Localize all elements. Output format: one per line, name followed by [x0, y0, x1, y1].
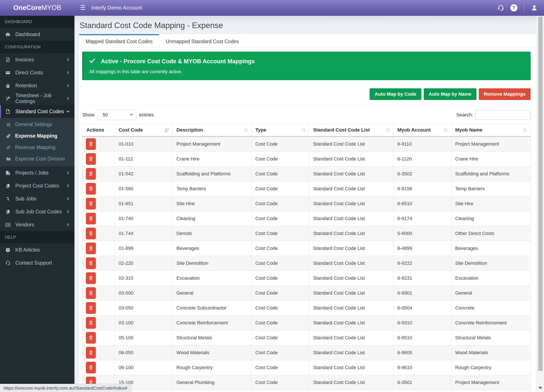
cell-cost-code: 01-560 [115, 181, 172, 196]
auto-map-by-code-button[interactable]: Auto Map by Code [370, 88, 421, 100]
delete-mapping-button[interactable] [86, 228, 96, 239]
copy-icon [5, 183, 12, 189]
remove-mappings-button[interactable]: Remove Mappings [479, 88, 531, 100]
sidebar-item-contact-support[interactable]: Contact Support [0, 256, 74, 269]
topbar-divider [524, 3, 524, 12]
cell-type: Cost Code [251, 360, 309, 375]
table-row: 01-744DemobCost CodeStandard Cost Code L… [83, 226, 531, 241]
search-input[interactable] [476, 110, 531, 120]
trash-icon [88, 215, 94, 222]
entries-label: entries [139, 112, 154, 118]
cell-myob-name: Other Direct Costs [451, 226, 530, 241]
sort-icon [243, 127, 249, 133]
delete-mapping-button[interactable] [86, 287, 96, 299]
delete-mapping-button[interactable] [86, 347, 96, 358]
cell-description: Rough Carpentry [172, 360, 251, 375]
sidebar: DASHBOARDDashboardCONFIGURATIONInvoicesD… [0, 16, 74, 392]
auto-map-by-name-button[interactable]: Auto Map by Name [424, 88, 476, 100]
sidebar-subitem-general-settings[interactable]: General Settings [0, 119, 74, 130]
cell-myob-account: 6-9174 [393, 211, 451, 226]
sidebar-item-direct-costs[interactable]: Direct Costs [0, 66, 74, 79]
cell-myob-name: General [451, 286, 530, 301]
cell-myob-name: Site Hire [451, 196, 530, 211]
sidebar-item-timesheet-job-costings[interactable]: Timesheet - Job Costings [0, 92, 74, 105]
delete-mapping-button[interactable] [86, 332, 96, 344]
file-icon [5, 109, 12, 114]
help-badge [510, 4, 517, 12]
sidebar-item-invoices[interactable]: Invoices [0, 53, 74, 66]
delete-mapping-button[interactable] [86, 317, 96, 329]
column-header-cost-code[interactable]: Cost Code [115, 124, 172, 137]
sidebar-item-standard-cost-codes[interactable]: Standard Cost Codes [0, 105, 74, 118]
status-url: https://onecore-myob.interfy.com.au/Stan… [0, 384, 131, 392]
app-logo[interactable]: OneCoreMYOB [0, 0, 74, 16]
delete-mapping-button[interactable] [86, 153, 96, 165]
cell-standard-cost-code-list: Standard Cost Code List [309, 166, 393, 181]
cell-myob-account: 6-9110 [393, 137, 451, 152]
sidebar-subitem-revenue-mapping[interactable]: Revenue Mapping [0, 142, 74, 153]
user-icon[interactable] [529, 3, 539, 13]
sidebar-item-label: Retention [15, 83, 37, 89]
cell-actions [83, 286, 115, 301]
hamburger-icon[interactable]: ☰ [80, 5, 85, 11]
cell-cost-code: 05-100 [115, 330, 172, 345]
cell-standard-cost-code-list: Standard Cost Code List [309, 256, 393, 271]
delete-mapping-button[interactable] [86, 198, 96, 209]
table-row: 05-100Structural MetalsCost CodeStandard… [83, 330, 531, 345]
table-row: 01-899BeveragesCost CodeStandard Cost Co… [83, 241, 531, 256]
sidebar-item-sub-jobs[interactable]: Sub Jobs [0, 192, 74, 205]
column-header-standard-cost-code-list[interactable]: Standard Cost Code List [309, 124, 393, 137]
scrollbar[interactable] [536, 16, 544, 392]
scrollbar-down-arrow[interactable] [538, 387, 542, 389]
delete-mapping-button[interactable] [86, 168, 96, 180]
id-card-icon [5, 222, 12, 227]
credit-card-icon [5, 70, 12, 75]
help-icon[interactable] [509, 3, 519, 13]
sidebar-item-projects-jobs[interactable]: Projects / Jobs [0, 166, 74, 179]
sidebar-item-label: Dashboard [15, 31, 40, 37]
chevron-down-icon [130, 112, 133, 118]
cell-type: Cost Code [251, 271, 309, 286]
sidebar-item-dashboard[interactable]: Dashboard [0, 28, 74, 41]
headset-icon[interactable] [496, 3, 506, 13]
sidebar-subitem-expense-cost-division[interactable]: Expense Cost Division [0, 153, 74, 165]
sidebar-item-project-cost-codes[interactable]: Project Cost Codes [0, 179, 74, 192]
sidebar-item-label: KB Articles [15, 247, 40, 253]
cell-cost-code: 03-000 [115, 286, 172, 301]
cell-standard-cost-code-list: Standard Cost Code List [309, 375, 393, 390]
sidebar-item-sub-job-cost-codes[interactable]: Sub Job Cost Codes [0, 205, 74, 218]
sidebar-item-vendors[interactable]: Vendors [0, 218, 74, 231]
table-row: 03-100Concrete ReinforcementCost CodeSta… [83, 315, 531, 330]
sidebar-subitem-expense-mapping[interactable]: Expense Mapping [0, 130, 74, 142]
column-header-label: Myob Name [455, 127, 483, 133]
delete-mapping-button[interactable] [86, 138, 96, 150]
cell-actions [83, 301, 115, 315]
cell-standard-cost-code-list: Standard Cost Code List [309, 286, 393, 301]
delete-mapping-button[interactable] [86, 302, 96, 314]
scrollbar-thumb[interactable] [538, 17, 543, 371]
table-row: 01-740CleaningCost CodeStandard Cost Cod… [83, 211, 531, 226]
trash-icon [88, 275, 94, 281]
trash-icon [88, 231, 94, 237]
tab-mapped-standard-cost-codes[interactable]: Mapped Standard Cost Codes [79, 34, 159, 48]
sidebar-item-label: Revenue Mapping [15, 144, 55, 150]
cell-description: Crane Hire [172, 152, 251, 166]
cell-standard-cost-code-list: Standard Cost Code List [309, 211, 393, 226]
chevron-down-icon [66, 109, 70, 114]
page-length-select[interactable]: 50 [97, 110, 136, 120]
tab-unmapped-standard-cost-codes[interactable]: Unmapped Standard Cost Codes [159, 34, 245, 48]
delete-mapping-button[interactable] [86, 183, 96, 195]
delete-mapping-button[interactable] [86, 362, 96, 374]
column-header-myob-name[interactable]: Myob Name [451, 124, 530, 137]
delete-mapping-button[interactable] [86, 213, 96, 224]
sidebar-item-kb-articles[interactable]: KB Articles [0, 244, 74, 256]
column-header-myob-account[interactable]: Myob Account [393, 124, 451, 137]
column-header-type[interactable]: Type [251, 124, 309, 137]
delete-mapping-button[interactable] [86, 243, 96, 254]
delete-mapping-button[interactable] [86, 272, 96, 284]
sidebar-item-retention[interactable]: Retention [0, 79, 74, 92]
column-header-label: Myob Account [397, 127, 431, 133]
column-header-description[interactable]: Description [172, 124, 251, 137]
delete-mapping-button[interactable] [86, 257, 96, 269]
chevron-left-icon [66, 210, 70, 214]
